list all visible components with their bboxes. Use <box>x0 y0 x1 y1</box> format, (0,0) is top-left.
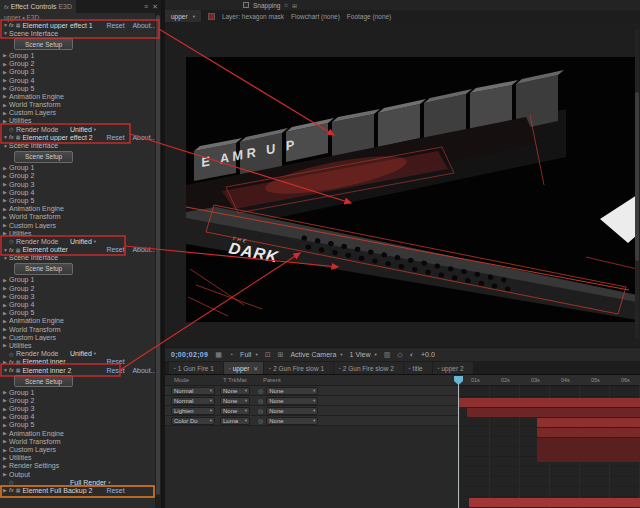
property-group-collapsed[interactable]: ▶ Custom Layers <box>0 333 157 341</box>
scrollbar-thumb[interactable] <box>156 15 160 495</box>
property-group-collapsed[interactable]: ▶ Utilities <box>0 117 157 125</box>
reset-link[interactable]: Reset <box>106 22 132 29</box>
property-group-collapsed[interactable]: ▶ World Transform <box>0 101 157 109</box>
property-group-collapsed[interactable]: ▶ Utilities <box>0 454 157 462</box>
property-group-collapsed[interactable]: ▶ World Transform <box>0 325 157 333</box>
snap-option-icon[interactable]: ⌗ <box>284 2 287 9</box>
property-group-collapsed[interactable]: ▶ Utilities <box>0 341 157 349</box>
parent-dropdown[interactable]: None▾ <box>266 407 318 415</box>
fx-icon[interactable]: fx <box>9 134 14 140</box>
pickwhip-icon[interactable]: ◎ <box>258 387 263 394</box>
property-group-collapsed[interactable]: ▶ Animation Engine <box>0 429 157 437</box>
property-group-collapsed[interactable]: ▶ Group 4 <box>0 300 157 308</box>
effect-header-collapsed[interactable]: ▶ fx ▦ Element inner Reset <box>0 358 157 366</box>
reset-link[interactable]: Reset <box>106 246 132 253</box>
toolbar-dropdown[interactable]: Full▾ <box>240 351 258 358</box>
timeline-clip[interactable] <box>467 408 640 417</box>
blend-mode-dropdown[interactable]: Color Do▾ <box>171 417 215 425</box>
pickwhip-icon[interactable]: ◎ <box>258 407 263 414</box>
fx-icon[interactable]: fx <box>9 359 14 365</box>
render-mode-value[interactable]: Unified <box>70 350 92 357</box>
reset-link[interactable]: Reset <box>106 134 132 141</box>
panel-scrollbar[interactable] <box>155 13 161 508</box>
toolbar-dropdown[interactable]: Active Camera▾ <box>290 351 342 358</box>
property-group-collapsed[interactable]: ▶ Group 1 <box>0 164 157 172</box>
toolbar-icon[interactable]: ◐ <box>410 351 414 358</box>
reset-link[interactable]: Reset <box>106 358 132 365</box>
trkmat-dropdown[interactable]: None▾ <box>220 407 250 415</box>
scene-setup-button[interactable]: Scene Setup <box>14 151 73 163</box>
panel-tab-label[interactable]: Layer: hexagon mask <box>222 13 284 20</box>
layer-color-swatch[interactable] <box>208 13 215 20</box>
timeline-comp-tab[interactable]: ▪ 2 Gun Fire slow 2 <box>334 362 403 374</box>
timeline-clip[interactable] <box>537 428 640 437</box>
property-group-collapsed[interactable]: ▶ Group 5 <box>0 421 157 429</box>
effect-header[interactable]: ▼ fx ▦ Element inner 2 Reset About... <box>0 366 157 374</box>
scene-setup-button[interactable]: Scene Setup <box>14 375 73 387</box>
property-group-collapsed[interactable]: ▶ Render Settings <box>0 462 157 470</box>
property-group-collapsed[interactable]: ▶ Group 3 <box>0 68 157 76</box>
fx-icon[interactable]: fx <box>9 367 14 373</box>
pickwhip-icon[interactable]: ◎ <box>258 417 263 424</box>
property-group-open[interactable]: ▼ Scene Interface <box>0 29 157 37</box>
property-group-collapsed[interactable]: ▶ Custom Layers <box>0 221 157 229</box>
property-group-collapsed[interactable]: ▶ Group 2 <box>0 172 157 180</box>
timeline-comp-tab[interactable]: ▪ 2 Gun Fire slow 1 <box>264 362 333 374</box>
property-group-collapsed[interactable]: ▶ Output <box>0 470 157 478</box>
panel-close-icon[interactable]: ✕ <box>152 3 158 11</box>
property-group-collapsed[interactable]: ▶ Group 3 <box>0 292 157 300</box>
timeline-clip[interactable] <box>537 438 640 462</box>
reset-link[interactable]: Reset <box>106 367 132 374</box>
property-group-collapsed[interactable]: ▶ Group 3 <box>0 180 157 188</box>
stopwatch-icon[interactable]: ◷ <box>9 126 16 132</box>
toolbar-icon[interactable]: ◔ <box>229 351 233 358</box>
property-group-collapsed[interactable]: ▶ World Transform <box>0 437 157 445</box>
parent-column-header[interactable]: Parent <box>263 377 343 383</box>
property-group-collapsed[interactable]: ▶ Group 4 <box>0 76 157 84</box>
current-time-indicator-line[interactable] <box>458 377 459 508</box>
timeline-comp-tab[interactable]: ▪ title <box>404 362 432 374</box>
timeline-comp-tab[interactable]: ▪ upper 2 <box>433 362 473 374</box>
viewer-scrollbar[interactable] <box>635 30 639 338</box>
toolbar-icon[interactable]: ▦ <box>215 351 222 359</box>
fx-icon[interactable]: fx <box>9 22 14 28</box>
time-ruler[interactable]: 01s02s03s04s05s06s <box>459 375 640 386</box>
mode-column-header[interactable]: Mode <box>165 377 223 383</box>
property-group-collapsed[interactable]: ▶ Group 5 <box>0 84 157 92</box>
fx-icon[interactable]: fx <box>9 487 14 493</box>
tab-composition-upper[interactable]: upper ▾ <box>165 10 201 22</box>
property-group-collapsed[interactable]: ▶ Group 2 <box>0 396 157 404</box>
render-mode-value[interactable]: Unified <box>70 126 92 133</box>
toolbar-dropdown[interactable]: 1 View▾ <box>350 351 377 358</box>
current-timecode[interactable]: 0;00;02;09 <box>171 351 208 358</box>
property-group-collapsed[interactable]: ▶ Group 2 <box>0 284 157 292</box>
effect-header[interactable]: ▼ fx ▦ Element outter Reset About... <box>0 246 157 254</box>
render-mode-value[interactable]: Unified <box>70 238 92 245</box>
timeline-clip[interactable] <box>459 398 640 407</box>
property-group-collapsed[interactable]: ▶ Animation Engine <box>0 205 157 213</box>
scene-setup-button[interactable]: Scene Setup <box>14 263 73 275</box>
property-group-collapsed[interactable]: ▶ Group 1 <box>0 388 157 396</box>
blend-mode-dropdown[interactable]: Lighten▾ <box>171 407 215 415</box>
stopwatch-icon[interactable]: ◷ <box>9 238 16 244</box>
timeline-comp-tab[interactable]: ▪ upper ✕ <box>224 362 263 374</box>
about-link[interactable]: About... <box>132 134 156 141</box>
parent-dropdown[interactable]: None▾ <box>266 387 318 395</box>
parent-dropdown[interactable]: None▾ <box>266 397 318 405</box>
toolbar-icon[interactable]: ⊞ <box>278 351 284 359</box>
timeline-clip[interactable] <box>469 498 640 507</box>
trkmat-dropdown[interactable]: None▾ <box>220 387 250 395</box>
tab-effect-controls[interactable]: fx Effect Controls E3D <box>0 0 76 13</box>
about-link[interactable]: About... <box>132 367 156 374</box>
property-group-collapsed[interactable]: ▶ Animation Engine <box>0 317 157 325</box>
property-group-collapsed[interactable]: ▶ World Transform <box>0 213 157 221</box>
stopwatch-icon[interactable]: ◷ <box>9 479 16 485</box>
toolbar-icon[interactable]: ◇ <box>397 351 402 359</box>
exposure-value[interactable]: +0.0 <box>421 351 435 358</box>
parent-dropdown[interactable]: None▾ <box>266 417 318 425</box>
grid-option-icon[interactable]: ⊞ <box>292 2 297 9</box>
toolbar-icon[interactable]: ▥ <box>384 351 391 359</box>
property-group-collapsed[interactable]: ▶ Group 3 <box>0 405 157 413</box>
pickwhip-icon[interactable]: ◎ <box>258 397 263 404</box>
trkmat-column-header[interactable]: T TrkMat <box>223 377 263 383</box>
